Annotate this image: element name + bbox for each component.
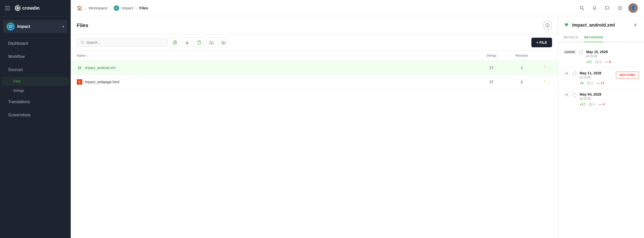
svg-line-10 <box>583 9 584 10</box>
home-icon[interactable]: 🏠 <box>77 5 82 11</box>
search-icon[interactable] <box>578 4 586 12</box>
svg-text:?: ? <box>619 7 621 10</box>
clock-icon-current <box>595 60 599 64</box>
table-row[interactable]: 5 impact_webpage.html 27 1 ↑ ⋮ <box>71 75 558 89</box>
help-icon[interactable]: ? <box>616 4 624 12</box>
revision-time-v3: at 12:00 <box>580 97 639 100</box>
svg-point-7 <box>10 26 11 27</box>
notifications-icon[interactable] <box>590 4 599 12</box>
column-name[interactable]: Name ↓ <box>77 54 476 57</box>
revision-info-v3: May 04, 2028 at 12:00 +17 0 — <box>580 92 639 106</box>
breadcrumb-workspace[interactable]: Workspace <box>89 6 108 10</box>
search-box-icon <box>81 40 84 45</box>
stat-add-v3: +17 <box>580 102 585 106</box>
svg-rect-29 <box>81 67 81 68</box>
clock-icon-v4 <box>587 81 590 85</box>
trash-icon <box>197 40 201 45</box>
project-selector[interactable]: Impact ▾ <box>3 20 68 33</box>
more-button-html[interactable]: ⋮ <box>546 78 552 85</box>
project-chevron-icon: ▾ <box>62 25 64 29</box>
panel-close-button[interactable]: ✕ <box>631 21 639 29</box>
user-avatar[interactable]: 👤 <box>628 3 638 13</box>
breadcrumb-sep-3: › <box>136 6 137 10</box>
breadcrumb-sep-2: › <box>110 6 111 10</box>
tab-details[interactable]: DETAILS <box>563 33 578 42</box>
help-svg: ? <box>617 6 622 10</box>
folder-icon <box>209 40 214 45</box>
revision-entry-v4: v4 May 11, 2028 at 14:25 RESTORE +6 <box>563 68 639 89</box>
sidebar-item-dashboard[interactable]: Dashboard <box>2 37 69 50</box>
svg-rect-38 <box>566 26 566 27</box>
search-input[interactable] <box>86 40 164 45</box>
revision-stats-v3: +17 0 — 0 <box>580 102 639 106</box>
sidebar-item-sources[interactable]: Sources <box>2 63 69 76</box>
strings-html: 27 <box>476 80 507 84</box>
column-strings: Strings <box>476 54 507 57</box>
clock-icon-v3 <box>589 103 592 106</box>
sidebar-item-translations[interactable]: Translations <box>2 96 69 108</box>
svg-text:crowdin: crowdin <box>22 6 40 11</box>
breadcrumb-project-icon: I <box>114 5 119 11</box>
table-row[interactable]: impact_android.xml 17 3 ↑ ⋮ <box>71 61 558 75</box>
upload-icon-html[interactable]: ↑ <box>544 78 546 85</box>
sidebar-item-screenshots[interactable]: Screenshots <box>2 109 69 121</box>
actions-android: ↑ ⋮ <box>537 64 552 71</box>
revision-entry-current: current May 15, 2028 at 15:29 +17 <box>563 46 639 68</box>
stat-clock-v4: 0 <box>587 81 593 85</box>
stat-clock-current: 0 <box>595 60 601 64</box>
search-box <box>77 38 168 47</box>
add-file-button[interactable]: + FILE <box>531 38 552 47</box>
revision-html: 1 <box>507 80 537 84</box>
main-content: 🏠 › Workspace › I Impact › Files <box>71 0 644 238</box>
svg-point-2 <box>17 7 19 9</box>
download-icon <box>185 40 189 45</box>
actions-html: ↑ ⋮ <box>537 78 552 85</box>
folder-button[interactable] <box>207 38 216 47</box>
table-header: Name ↓ Strings Revision <box>71 51 558 61</box>
messages-icon[interactable] <box>603 4 611 12</box>
upload-icon-android[interactable]: ↑ <box>544 64 546 71</box>
crowdin-logo: crowdin <box>14 4 52 12</box>
add-folder-button[interactable] <box>219 38 228 47</box>
sidebar-item-strings[interactable]: Strings <box>2 86 69 95</box>
user-avatar-inner: 👤 <box>628 3 638 13</box>
sidebar-item-files[interactable]: Files <box>2 77 69 86</box>
more-button-android[interactable]: ⋮ <box>546 64 552 71</box>
restore-button-v4[interactable]: RESTORE <box>616 72 639 79</box>
svg-rect-31 <box>80 69 81 70</box>
files-header: Files <box>71 16 558 35</box>
column-revision: Revision <box>507 54 537 57</box>
files-title: Files <box>77 23 88 28</box>
chat-svg <box>605 6 609 10</box>
breadcrumb-project[interactable]: Impact <box>122 6 133 10</box>
breadcrumb-current: Files <box>139 6 148 10</box>
tab-revisions[interactable]: REVISIONS <box>584 33 603 42</box>
sidebar-item-workflow[interactable]: Workflow <box>2 50 69 63</box>
project-name: Impact <box>17 24 62 29</box>
dashboard-label: Dashboard <box>8 41 28 46</box>
svg-rect-19 <box>173 41 177 44</box>
badge-v3: v3 <box>563 92 569 97</box>
info-button[interactable] <box>543 21 552 30</box>
hamburger-menu[interactable] <box>5 6 10 10</box>
html-file-icon: 5 <box>77 79 82 85</box>
svg-rect-36 <box>565 24 565 25</box>
logo: crowdin <box>14 4 52 12</box>
revision-circle-current <box>579 50 583 54</box>
download-button[interactable] <box>182 38 192 47</box>
revision-date-v3: May 04, 2028 <box>580 92 639 96</box>
svg-rect-28 <box>78 67 79 68</box>
svg-line-18 <box>83 43 84 44</box>
stat-remove-current: — 6 <box>605 60 611 64</box>
screenshot-button[interactable] <box>170 38 180 47</box>
file-name-android: impact_android.xml <box>85 66 115 70</box>
svg-point-15 <box>547 24 548 25</box>
sidebar-nav: Dashboard Workflow Sources Files Strings… <box>0 37 71 122</box>
bell-svg <box>592 6 597 10</box>
content-area: Files <box>71 16 644 238</box>
svg-point-35 <box>567 23 567 23</box>
files-table: Name ↓ Strings Revision <box>71 51 558 238</box>
revision-info-current: May 15, 2028 at 15:29 +17 0 — <box>586 50 639 64</box>
delete-button[interactable] <box>194 38 204 47</box>
file-name-html: impact_webpage.html <box>85 80 119 84</box>
